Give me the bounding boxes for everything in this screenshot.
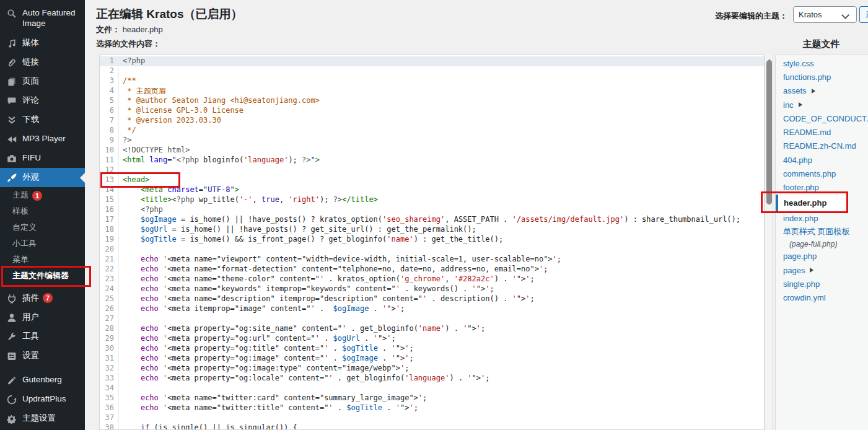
code-line-17[interactable]: 17 $ogImage = is_home() || !have_posts()… (100, 215, 764, 225)
theme-file-CODE_OF_CONDUCT.md[interactable]: CODE_OF_CONDUCT.md (776, 112, 868, 125)
theme-file-crowdin.yml[interactable]: crowdin.yml (776, 291, 868, 304)
code-line-2[interactable]: 2 (100, 66, 764, 76)
sidebar-item-mp3-player[interactable]: MP3 Player (0, 129, 85, 149)
code-line-7[interactable]: 7 * @version 2023.03.30 (100, 116, 764, 126)
code-line-1[interactable]: 1<?php (100, 56, 764, 66)
sidebar-item-gutenberg[interactable]: Gutenberg (0, 371, 85, 390)
theme-file-inc[interactable]: inc (776, 98, 868, 112)
sidebar-item-label: Gutenberg (22, 374, 62, 385)
sidebar-item-auto-featured-image[interactable]: Auto Featured Image (0, 4, 85, 33)
code-line-31[interactable]: 31 echo '<meta property="og:image" conte… (100, 354, 764, 364)
editor-scrollbar-thumb[interactable] (766, 60, 772, 204)
theme-file-单页样式-页面模板[interactable]: 单页样式 页面模板 (776, 225, 868, 239)
code-line-22[interactable]: 22 echo '<meta name="format-detection" c… (100, 265, 764, 274)
sidebar-item-设置[interactable]: 设置 (0, 346, 85, 366)
code-line-13[interactable]: 13<head> (100, 175, 764, 185)
line-number: 31 (100, 354, 118, 364)
sidebar-subitem-主题文件编辑器[interactable]: 主题文件编辑器 (0, 268, 85, 284)
select-theme-button[interactable]: 选择 (859, 6, 868, 23)
code-line-18[interactable]: 18 $ogUrl = is_home() || !have_posts() ?… (100, 225, 764, 235)
code-line-30[interactable]: 30 echo '<meta property="og:title" conte… (100, 344, 764, 354)
sidebar-item-label: Auto Featured Image (22, 7, 80, 29)
theme-file-index.php[interactable]: index.php (776, 211, 868, 225)
code-line-38[interactable]: 38 if (is_single() || is_singular()) { (100, 423, 764, 430)
code-line-34[interactable]: 34 (100, 384, 764, 393)
sidebar-item-链接[interactable]: 链接 (0, 53, 85, 72)
file-link-label: pages (783, 266, 805, 275)
code-line-19[interactable]: 19 $ogTitle = is_home() && is_front_page… (100, 235, 764, 245)
code-line-24[interactable]: 24 echo '<meta name="keywords" itemprop=… (100, 284, 764, 294)
theme-file-page.php[interactable]: page.php (776, 250, 868, 263)
sidebar-subitem-自定义[interactable]: 自定义 (0, 219, 85, 235)
sidebar-item-fifu[interactable]: FIFU (0, 149, 85, 168)
sidebar-item-工具[interactable]: 工具 (0, 327, 85, 346)
appearance-icon (6, 172, 17, 183)
theme-file-pages[interactable]: pages (776, 263, 868, 277)
file-link-label: README.zh-CN.md (783, 141, 856, 151)
sidebar-item-下载[interactable]: 下载 (0, 110, 85, 129)
code-line-27[interactable]: 27 (100, 314, 764, 324)
sidebar-subitem-菜单[interactable]: 菜单 (0, 252, 85, 268)
code-line-5[interactable]: 5 * @author Seaton Jiang <hi@seatonjiang… (100, 96, 764, 106)
theme-file-style.css[interactable]: style.css (776, 56, 868, 70)
theme-file-functions.php[interactable]: functions.php (776, 70, 868, 84)
code-line-26[interactable]: 26 echo '<meta itemprop="image" content=… (100, 304, 764, 314)
sidebar-item-媒体[interactable]: 媒体 (0, 33, 85, 53)
code-line-32[interactable]: 32 echo '<meta property="og:image:type" … (100, 364, 764, 374)
update-count-badge: 1 (32, 191, 42, 201)
code-editor[interactable]: 1<?php23/**4 * 主题页眉5 * @author Seaton Ji… (99, 55, 765, 430)
code-line-12[interactable]: 12 (100, 165, 764, 175)
code-line-16[interactable]: 16 <?php (100, 205, 764, 215)
sidebar-item-评论[interactable]: 评论 (0, 91, 85, 110)
code-line-20[interactable]: 20 (100, 245, 764, 255)
file-link-label: functions.php (783, 72, 831, 82)
code-line-10[interactable]: 10<!DOCTYPE html> (100, 146, 764, 156)
theme-select-label: 选择要编辑的主题： (715, 11, 787, 22)
code-line-4[interactable]: 4 * 主题页眉 (100, 86, 764, 96)
code-line-33[interactable]: 33 echo '<meta property="og:locale" cont… (100, 374, 764, 384)
sidebar-item-用户[interactable]: 用户 (0, 308, 85, 327)
theme-file-header.php[interactable]: header.php (776, 195, 848, 211)
theme-file-README.zh-CN.md[interactable]: README.zh-CN.md (776, 139, 868, 153)
sidebar-item-主题设置[interactable]: 主题设置 (0, 409, 85, 428)
folder-expand-arrow-icon (799, 102, 805, 107)
code-line-35[interactable]: 35 echo '<meta name="twitter:card" conte… (100, 393, 764, 403)
code-line-8[interactable]: 8 */ (100, 126, 764, 136)
update-count-badge: 7 (43, 293, 53, 303)
line-number: 36 (100, 403, 118, 413)
sidebar-item-label: 工具 (22, 331, 39, 341)
sidebar-item-插件[interactable]: 插件7 (0, 289, 85, 308)
code-line-23[interactable]: 23 echo '<meta name="theme-color" conten… (100, 274, 764, 284)
sidebar-item-label: UpdraftPlus (22, 393, 66, 404)
code-line-25[interactable]: 25 echo '<meta name="description" itempr… (100, 294, 764, 304)
code-line-content: if (is_single() || is_singular()) { (118, 423, 297, 430)
code-line-15[interactable]: 15 <title><?php wp_title('-', true, 'rig… (100, 195, 764, 205)
theme-file-single.php[interactable]: single.php (776, 277, 868, 291)
theme-file-assets[interactable]: assets (776, 84, 868, 98)
line-number: 6 (100, 106, 118, 116)
code-line-14[interactable]: 14 <meta charset="UTF-8"> (100, 185, 764, 195)
theme-files-list: style.cssfunctions.phpassetsincCODE_OF_C… (775, 55, 868, 430)
theme-file-comments.php[interactable]: comments.php (776, 167, 868, 180)
theme-file-README.md[interactable]: README.md (776, 125, 868, 139)
code-line-content: echo '<meta property="og:locale" content… (118, 374, 490, 384)
code-line-29[interactable]: 29 echo '<meta property="og:url" content… (100, 334, 764, 344)
code-line-9[interactable]: 9?> (100, 136, 764, 146)
theme-file-404.php[interactable]: 404.php (776, 153, 868, 167)
theme-file-footer.php[interactable]: footer.php (776, 181, 868, 195)
sidebar-item-页面[interactable]: 页面 (0, 72, 85, 91)
sidebar-subitem-小工具[interactable]: 小工具 (0, 235, 85, 252)
sidebar-subitem-样板[interactable]: 样板 (0, 203, 85, 219)
code-line-36[interactable]: 36 echo '<meta name="twitter:title" cont… (100, 403, 764, 413)
sidebar-subitem-主题[interactable]: 主题1 (0, 187, 85, 203)
theme-select[interactable]: Kratos (793, 6, 857, 23)
code-line-21[interactable]: 21 echo '<meta name="viewport" content="… (100, 255, 764, 265)
code-line-28[interactable]: 28 echo '<meta property="og:site_name" c… (100, 324, 764, 334)
code-line-6[interactable]: 6 * @license GPL-3.0 License (100, 106, 764, 116)
sidebar-item-外观[interactable]: 外观 (0, 168, 85, 187)
sidebar-item-updraftplus[interactable]: UpdraftPlus (0, 390, 85, 409)
code-line-11[interactable]: 11<html lang="<?php bloginfo('language')… (100, 156, 764, 165)
editor-scrollbar[interactable] (765, 55, 773, 430)
code-line-3[interactable]: 3/** (100, 76, 764, 86)
code-line-37[interactable]: 37 (100, 413, 764, 423)
